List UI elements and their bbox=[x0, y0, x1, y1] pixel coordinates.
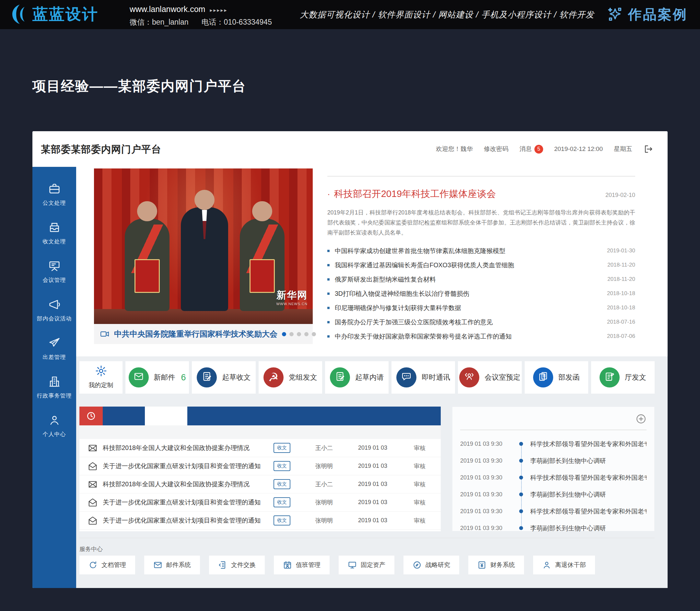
mail-open-icon bbox=[88, 516, 98, 525]
sidebar-item[interactable]: 会议管理 bbox=[43, 259, 66, 284]
site-url[interactable]: www.lanlanwork.com bbox=[130, 4, 205, 14]
bullet-icon bbox=[327, 293, 330, 295]
footer-app-button[interactable]: 财务系统 bbox=[468, 556, 524, 575]
footer-app-button[interactable]: 战略研究 bbox=[404, 556, 459, 575]
schedule-panel: 2019 01 03 9:30 科学技术部领导看望外国老专家和外国老专家家属 2… bbox=[452, 406, 655, 531]
messages-link[interactable]: 消息 5 bbox=[520, 145, 543, 153]
news-item-date: 2018-11-20 bbox=[607, 262, 635, 268]
person-icon bbox=[48, 414, 61, 427]
monitor-icon bbox=[348, 561, 357, 569]
photo-watermark: 新华网 WWW.NEWS.CN bbox=[276, 289, 308, 306]
logout-icon[interactable] bbox=[643, 144, 653, 154]
photo-floor bbox=[94, 309, 313, 324]
quick-action-card[interactable]: 即时通讯 bbox=[392, 361, 455, 393]
news-item-title: 中办印发关于做好国家勋章和国家荣誉称号提名评选工作的通知 bbox=[335, 332, 607, 341]
schedule-item[interactable]: 2019 01 03 9:30 李萌副部长到生物中心调研 bbox=[460, 452, 646, 469]
quick-action-label: 党组发文 bbox=[289, 373, 317, 382]
quick-action-card[interactable]: 新邮件 6 bbox=[126, 361, 189, 393]
worklist-tab[interactable] bbox=[230, 406, 272, 426]
worklist-tab[interactable] bbox=[356, 406, 398, 426]
table-row[interactable]: 关于进一步优化国家重点研发计划项目和资金管理的通知 收文 张明明 2019 01… bbox=[79, 457, 441, 475]
news-list-item[interactable]: 3D打印植入物促进神经细胞生长以治疗脊髓损伤 2018-10-18 bbox=[327, 286, 635, 301]
timeline-dot-icon bbox=[519, 442, 523, 446]
worklist-tab[interactable] bbox=[398, 406, 441, 426]
schedule-item-text: 科学技术部领导看望外国老专家和外国老专家家属 bbox=[530, 473, 646, 482]
table-row[interactable]: 科技部2018年全国人大建议和全国政协提案办理情况 收文 王小二 2019 01… bbox=[79, 475, 441, 493]
portfolio-link[interactable]: 作品案例 bbox=[607, 0, 688, 29]
footer-links-row: 服务中心 bbox=[79, 538, 655, 553]
carousel-dot[interactable] bbox=[297, 332, 301, 336]
schedule-item[interactable]: 2019 01 03 9:30 李萌副部长到生物中心调研 bbox=[460, 486, 646, 503]
change-password-link[interactable]: 修改密码 bbox=[484, 145, 509, 153]
news-list-item[interactable]: 中办印发关于做好国家勋章和国家荣誉称号提名评选工作的通知 2018-07-06 bbox=[327, 329, 635, 343]
news-list-item[interactable]: 印尼珊瑚礁保护与修复计划获得大量科学数据 2018-10-18 bbox=[327, 301, 635, 315]
news-list-item[interactable]: 中国科学家成功创建世界首批生物节律紊乱体细胞克隆猴模型 2019-01-30 bbox=[327, 244, 635, 258]
footer-app-button[interactable]: 固定资产 bbox=[339, 556, 394, 575]
featured-title[interactable]: 科技部召开2019年科技工作媒体座谈会 bbox=[334, 188, 606, 200]
quick-action-card[interactable]: 我的定制 bbox=[79, 361, 122, 393]
footer-app-button[interactable]: 文档管理 bbox=[79, 556, 135, 575]
worklist-tab[interactable] bbox=[272, 406, 314, 426]
carousel-dot[interactable] bbox=[282, 332, 286, 336]
worklist-tab[interactable] bbox=[187, 406, 230, 426]
briefcase-icon bbox=[48, 182, 61, 195]
quick-action-card[interactable]: 起草收文 bbox=[192, 361, 256, 393]
carousel-dot[interactable] bbox=[312, 332, 316, 336]
schedule-item[interactable]: 2019 01 03 9:30 科学技术部领导看望外国老专家和外国老专家家属 bbox=[460, 435, 646, 452]
table-row[interactable]: 关于进一步优化国家重点研发计划项目和资金管理的通知 收文 张明明 2019 01… bbox=[79, 493, 441, 511]
quick-action-card[interactable]: 会议室预定 bbox=[458, 361, 522, 393]
doc-pen-icon bbox=[202, 371, 212, 384]
finance-icon bbox=[477, 561, 486, 569]
worklist-tab[interactable] bbox=[103, 406, 145, 426]
sidebar-item[interactable]: 出差管理 bbox=[43, 337, 66, 361]
carousel-caption[interactable]: 中共中央国务院隆重举行国家科学技术奖励大会 bbox=[114, 329, 277, 339]
timeline-line bbox=[521, 445, 522, 528]
sidebar-item[interactable]: 行政事务管理 bbox=[37, 375, 72, 400]
sidebar-item-label: 出差管理 bbox=[43, 354, 66, 361]
table-row[interactable]: 关于进一步优化国家重点研发计划项目和资金管理的通知 收文 张明明 2019 01… bbox=[79, 511, 441, 530]
quick-action-label: 起草收文 bbox=[222, 373, 250, 382]
timeline-dot-icon bbox=[519, 526, 523, 530]
services-tagline: 大数据可视化设计 / 软件界面设计 / 网站建设 / 手机及小程序设计 / 软件… bbox=[300, 0, 594, 29]
footer-app-button[interactable]: 值班管理 bbox=[274, 556, 330, 575]
news-list-item[interactable]: 俄罗斯研发出新型纳米磁性复合材料 2018-11-20 bbox=[327, 272, 635, 286]
quick-action-card[interactable]: 起草内请 bbox=[325, 361, 389, 393]
logo[interactable]: 蓝蓝设计 bbox=[10, 4, 99, 25]
wechat-label: 微信：ben_lanlan bbox=[130, 17, 189, 27]
worklist-panel: 科技部2018年全国人大建议和全国政协提案办理情况 收文 王小二 2019 01… bbox=[79, 406, 441, 531]
schedule-item[interactable]: 2019 01 03 9:30 李萌副部长到生物中心调研 bbox=[460, 520, 646, 536]
quick-action-card[interactable]: ☭ 党组发文 bbox=[259, 361, 322, 393]
carousel-dot[interactable] bbox=[289, 332, 294, 336]
room-person-icon bbox=[464, 371, 475, 384]
carousel-photo[interactable]: 新华网 WWW.NEWS.CN bbox=[94, 168, 313, 324]
news-tabs bbox=[327, 170, 635, 177]
footer-app-button[interactable]: 文件交换 bbox=[209, 556, 265, 575]
footer-app-button[interactable]: 邮件系统 bbox=[144, 556, 200, 575]
carousel-dot[interactable] bbox=[304, 332, 308, 336]
schedule-item[interactable]: 2019 01 03 9:30 科学技术部领导看望外国老专家和外国老专家家属 bbox=[460, 469, 646, 486]
footer-app-label: 固定资产 bbox=[361, 561, 385, 569]
sidebar-item[interactable]: 收文处理 bbox=[43, 221, 66, 245]
worklist-tab[interactable] bbox=[145, 406, 187, 426]
news-list-item[interactable]: 国务院办公厅关于加强三级公立医院绩效考核工作的意见 2018-07-16 bbox=[327, 315, 635, 329]
quick-action-circle bbox=[129, 367, 149, 387]
exchange-icon bbox=[218, 561, 227, 569]
sidebar-item[interactable]: 部内会议活动 bbox=[37, 298, 72, 322]
sidebar-item-label: 收文处理 bbox=[43, 238, 66, 245]
schedule-item-time: 2019 01 03 9:30 bbox=[460, 441, 515, 447]
news-item-title: 中国科学家成功创建世界首批生物节律紊乱体细胞克隆猴模型 bbox=[335, 247, 607, 255]
quick-action-card[interactable]: 厅发文 bbox=[591, 361, 655, 393]
footer-app-button[interactable]: 离退休干部 bbox=[533, 556, 595, 575]
table-row[interactable]: 科技部2018年全国人大建议和全国政协提案办理情况 收文 王小二 2019 01… bbox=[79, 439, 441, 457]
worklist-tab[interactable] bbox=[314, 406, 356, 426]
service-center-label[interactable]: 服务中心 bbox=[79, 545, 103, 553]
sidebar-item[interactable]: 个人中心 bbox=[43, 414, 66, 438]
news-item-title: 印尼珊瑚礁保护与修复计划获得大量科学数据 bbox=[335, 303, 607, 312]
schedule-item[interactable]: 2019 01 03 9:30 科学技术部领导看望外国老专家和外国老专家家属 bbox=[460, 503, 646, 520]
party-icon: ☭ bbox=[268, 372, 278, 383]
worklist-tabbar bbox=[79, 406, 441, 426]
sidebar-item[interactable]: 公文处理 bbox=[43, 182, 66, 207]
add-schedule-icon[interactable] bbox=[636, 413, 646, 424]
quick-action-card[interactable]: 部发函 bbox=[525, 361, 588, 393]
news-list-item[interactable]: 我国科学家通过基因编辑长寿蛋白FOXO3获得优质人类血管细胞 2018-11-2… bbox=[327, 258, 635, 272]
